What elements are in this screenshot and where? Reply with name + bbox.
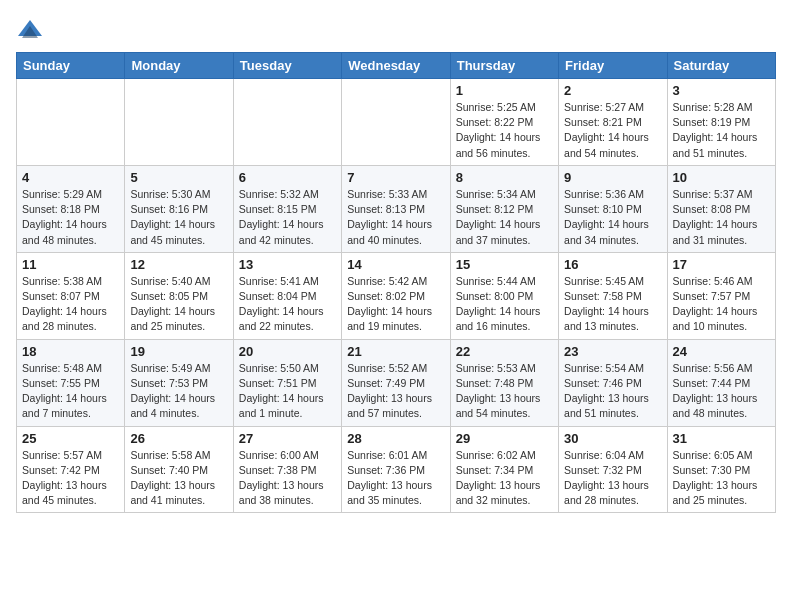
calendar-header-row: SundayMondayTuesdayWednesdayThursdayFrid… bbox=[17, 53, 776, 79]
calendar-cell: 6Sunrise: 5:32 AM Sunset: 8:15 PM Daylig… bbox=[233, 165, 341, 252]
calendar-cell: 25Sunrise: 5:57 AM Sunset: 7:42 PM Dayli… bbox=[17, 426, 125, 513]
day-info: Sunrise: 5:28 AM Sunset: 8:19 PM Dayligh… bbox=[673, 100, 770, 161]
calendar-cell: 30Sunrise: 6:04 AM Sunset: 7:32 PM Dayli… bbox=[559, 426, 667, 513]
day-number: 9 bbox=[564, 170, 661, 185]
day-number: 29 bbox=[456, 431, 553, 446]
day-number: 6 bbox=[239, 170, 336, 185]
calendar-cell: 18Sunrise: 5:48 AM Sunset: 7:55 PM Dayli… bbox=[17, 339, 125, 426]
calendar-header-thursday: Thursday bbox=[450, 53, 558, 79]
calendar-cell bbox=[17, 79, 125, 166]
day-info: Sunrise: 5:48 AM Sunset: 7:55 PM Dayligh… bbox=[22, 361, 119, 422]
day-info: Sunrise: 5:45 AM Sunset: 7:58 PM Dayligh… bbox=[564, 274, 661, 335]
day-number: 30 bbox=[564, 431, 661, 446]
calendar-header-monday: Monday bbox=[125, 53, 233, 79]
day-number: 28 bbox=[347, 431, 444, 446]
day-info: Sunrise: 5:40 AM Sunset: 8:05 PM Dayligh… bbox=[130, 274, 227, 335]
calendar-week-3: 11Sunrise: 5:38 AM Sunset: 8:07 PM Dayli… bbox=[17, 252, 776, 339]
day-number: 2 bbox=[564, 83, 661, 98]
calendar-cell: 21Sunrise: 5:52 AM Sunset: 7:49 PM Dayli… bbox=[342, 339, 450, 426]
calendar-cell: 5Sunrise: 5:30 AM Sunset: 8:16 PM Daylig… bbox=[125, 165, 233, 252]
day-number: 4 bbox=[22, 170, 119, 185]
calendar-cell: 19Sunrise: 5:49 AM Sunset: 7:53 PM Dayli… bbox=[125, 339, 233, 426]
day-number: 18 bbox=[22, 344, 119, 359]
day-number: 19 bbox=[130, 344, 227, 359]
day-info: Sunrise: 5:32 AM Sunset: 8:15 PM Dayligh… bbox=[239, 187, 336, 248]
day-number: 7 bbox=[347, 170, 444, 185]
calendar-cell: 13Sunrise: 5:41 AM Sunset: 8:04 PM Dayli… bbox=[233, 252, 341, 339]
day-number: 21 bbox=[347, 344, 444, 359]
day-info: Sunrise: 5:36 AM Sunset: 8:10 PM Dayligh… bbox=[564, 187, 661, 248]
day-info: Sunrise: 5:42 AM Sunset: 8:02 PM Dayligh… bbox=[347, 274, 444, 335]
calendar-cell: 12Sunrise: 5:40 AM Sunset: 8:05 PM Dayli… bbox=[125, 252, 233, 339]
day-number: 5 bbox=[130, 170, 227, 185]
day-info: Sunrise: 5:57 AM Sunset: 7:42 PM Dayligh… bbox=[22, 448, 119, 509]
calendar-cell: 15Sunrise: 5:44 AM Sunset: 8:00 PM Dayli… bbox=[450, 252, 558, 339]
calendar-header-saturday: Saturday bbox=[667, 53, 775, 79]
calendar-cell: 26Sunrise: 5:58 AM Sunset: 7:40 PM Dayli… bbox=[125, 426, 233, 513]
day-number: 16 bbox=[564, 257, 661, 272]
day-info: Sunrise: 5:27 AM Sunset: 8:21 PM Dayligh… bbox=[564, 100, 661, 161]
calendar-week-1: 1Sunrise: 5:25 AM Sunset: 8:22 PM Daylig… bbox=[17, 79, 776, 166]
day-number: 12 bbox=[130, 257, 227, 272]
day-info: Sunrise: 6:01 AM Sunset: 7:36 PM Dayligh… bbox=[347, 448, 444, 509]
day-number: 25 bbox=[22, 431, 119, 446]
day-number: 23 bbox=[564, 344, 661, 359]
day-info: Sunrise: 5:46 AM Sunset: 7:57 PM Dayligh… bbox=[673, 274, 770, 335]
day-number: 15 bbox=[456, 257, 553, 272]
calendar-cell: 14Sunrise: 5:42 AM Sunset: 8:02 PM Dayli… bbox=[342, 252, 450, 339]
calendar-cell: 8Sunrise: 5:34 AM Sunset: 8:12 PM Daylig… bbox=[450, 165, 558, 252]
day-info: Sunrise: 5:58 AM Sunset: 7:40 PM Dayligh… bbox=[130, 448, 227, 509]
calendar-cell bbox=[125, 79, 233, 166]
calendar-header-tuesday: Tuesday bbox=[233, 53, 341, 79]
calendar-cell: 9Sunrise: 5:36 AM Sunset: 8:10 PM Daylig… bbox=[559, 165, 667, 252]
day-info: Sunrise: 5:41 AM Sunset: 8:04 PM Dayligh… bbox=[239, 274, 336, 335]
day-number: 14 bbox=[347, 257, 444, 272]
day-info: Sunrise: 6:05 AM Sunset: 7:30 PM Dayligh… bbox=[673, 448, 770, 509]
day-info: Sunrise: 5:34 AM Sunset: 8:12 PM Dayligh… bbox=[456, 187, 553, 248]
day-info: Sunrise: 5:52 AM Sunset: 7:49 PM Dayligh… bbox=[347, 361, 444, 422]
calendar-cell: 20Sunrise: 5:50 AM Sunset: 7:51 PM Dayli… bbox=[233, 339, 341, 426]
day-info: Sunrise: 6:02 AM Sunset: 7:34 PM Dayligh… bbox=[456, 448, 553, 509]
day-info: Sunrise: 5:56 AM Sunset: 7:44 PM Dayligh… bbox=[673, 361, 770, 422]
day-info: Sunrise: 5:37 AM Sunset: 8:08 PM Dayligh… bbox=[673, 187, 770, 248]
day-info: Sunrise: 5:44 AM Sunset: 8:00 PM Dayligh… bbox=[456, 274, 553, 335]
calendar-header-wednesday: Wednesday bbox=[342, 53, 450, 79]
calendar-cell: 22Sunrise: 5:53 AM Sunset: 7:48 PM Dayli… bbox=[450, 339, 558, 426]
day-info: Sunrise: 6:04 AM Sunset: 7:32 PM Dayligh… bbox=[564, 448, 661, 509]
calendar-cell: 7Sunrise: 5:33 AM Sunset: 8:13 PM Daylig… bbox=[342, 165, 450, 252]
calendar-header-friday: Friday bbox=[559, 53, 667, 79]
logo bbox=[16, 16, 48, 44]
day-number: 26 bbox=[130, 431, 227, 446]
logo-icon bbox=[16, 16, 44, 44]
calendar-week-2: 4Sunrise: 5:29 AM Sunset: 8:18 PM Daylig… bbox=[17, 165, 776, 252]
calendar-week-4: 18Sunrise: 5:48 AM Sunset: 7:55 PM Dayli… bbox=[17, 339, 776, 426]
calendar-cell: 24Sunrise: 5:56 AM Sunset: 7:44 PM Dayli… bbox=[667, 339, 775, 426]
day-number: 1 bbox=[456, 83, 553, 98]
day-number: 13 bbox=[239, 257, 336, 272]
day-info: Sunrise: 5:38 AM Sunset: 8:07 PM Dayligh… bbox=[22, 274, 119, 335]
day-info: Sunrise: 5:30 AM Sunset: 8:16 PM Dayligh… bbox=[130, 187, 227, 248]
calendar-cell: 29Sunrise: 6:02 AM Sunset: 7:34 PM Dayli… bbox=[450, 426, 558, 513]
page-header bbox=[16, 16, 776, 44]
calendar-cell: 31Sunrise: 6:05 AM Sunset: 7:30 PM Dayli… bbox=[667, 426, 775, 513]
day-number: 11 bbox=[22, 257, 119, 272]
calendar-cell: 17Sunrise: 5:46 AM Sunset: 7:57 PM Dayli… bbox=[667, 252, 775, 339]
calendar-cell: 2Sunrise: 5:27 AM Sunset: 8:21 PM Daylig… bbox=[559, 79, 667, 166]
calendar-cell: 23Sunrise: 5:54 AM Sunset: 7:46 PM Dayli… bbox=[559, 339, 667, 426]
day-number: 8 bbox=[456, 170, 553, 185]
calendar-cell: 10Sunrise: 5:37 AM Sunset: 8:08 PM Dayli… bbox=[667, 165, 775, 252]
calendar-week-5: 25Sunrise: 5:57 AM Sunset: 7:42 PM Dayli… bbox=[17, 426, 776, 513]
day-number: 22 bbox=[456, 344, 553, 359]
day-number: 17 bbox=[673, 257, 770, 272]
calendar-cell bbox=[342, 79, 450, 166]
calendar-cell: 28Sunrise: 6:01 AM Sunset: 7:36 PM Dayli… bbox=[342, 426, 450, 513]
calendar-cell: 4Sunrise: 5:29 AM Sunset: 8:18 PM Daylig… bbox=[17, 165, 125, 252]
day-number: 27 bbox=[239, 431, 336, 446]
calendar-header-sunday: Sunday bbox=[17, 53, 125, 79]
calendar-cell: 16Sunrise: 5:45 AM Sunset: 7:58 PM Dayli… bbox=[559, 252, 667, 339]
day-info: Sunrise: 6:00 AM Sunset: 7:38 PM Dayligh… bbox=[239, 448, 336, 509]
calendar-cell: 3Sunrise: 5:28 AM Sunset: 8:19 PM Daylig… bbox=[667, 79, 775, 166]
day-info: Sunrise: 5:50 AM Sunset: 7:51 PM Dayligh… bbox=[239, 361, 336, 422]
day-info: Sunrise: 5:25 AM Sunset: 8:22 PM Dayligh… bbox=[456, 100, 553, 161]
day-number: 24 bbox=[673, 344, 770, 359]
